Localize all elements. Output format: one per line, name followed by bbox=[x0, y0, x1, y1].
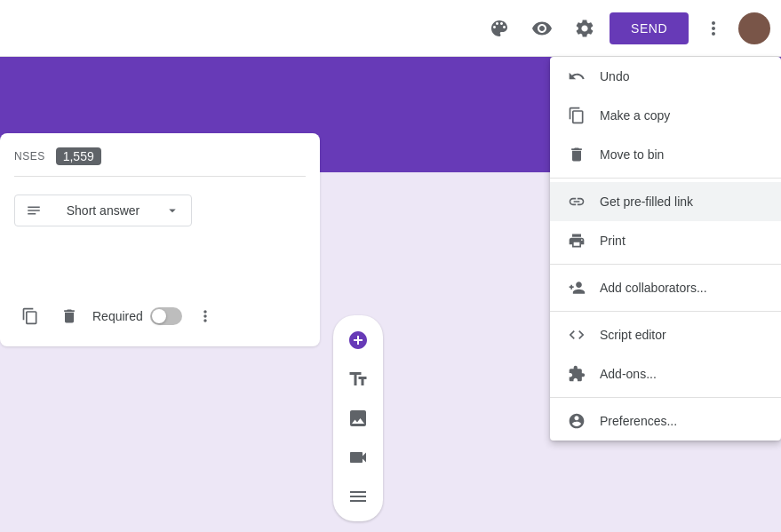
palette-icon bbox=[489, 18, 510, 39]
toggle-knob bbox=[152, 309, 166, 323]
palette-button[interactable] bbox=[482, 11, 517, 46]
puzzle-icon bbox=[568, 365, 586, 383]
menu-item-script-editor[interactable]: Script editor bbox=[550, 315, 781, 354]
add-question-button[interactable] bbox=[340, 322, 376, 358]
responses-header: NSES 1,559 bbox=[14, 147, 306, 165]
videocam-icon bbox=[347, 447, 369, 468]
more-button[interactable] bbox=[696, 11, 731, 46]
more-options-button[interactable] bbox=[189, 300, 221, 332]
duplicate-button[interactable] bbox=[14, 300, 46, 332]
preview-icon bbox=[531, 18, 553, 39]
menu-item-add-collaborators[interactable]: Add collaborators... bbox=[550, 268, 781, 307]
menu-item-move-to-bin-label: Move to bin bbox=[600, 147, 664, 162]
answer-type-row: Short answer bbox=[14, 195, 306, 226]
menu-item-script-editor-label: Script editor bbox=[600, 328, 666, 342]
menu-item-preferences[interactable]: Preferences... bbox=[550, 401, 781, 441]
menu-item-prefilled-link[interactable]: Get pre-filled link bbox=[550, 182, 781, 221]
add-title-button[interactable] bbox=[340, 361, 376, 397]
menu-divider-2 bbox=[550, 264, 781, 265]
responses-count: 1,559 bbox=[56, 147, 101, 165]
menu-item-make-copy[interactable]: Make a copy bbox=[550, 96, 781, 135]
menu-item-add-ons[interactable]: Add-ons... bbox=[550, 354, 781, 393]
card-divider bbox=[14, 176, 306, 177]
add-image-button[interactable] bbox=[340, 401, 376, 436]
menu-item-add-collaborators-label: Add collaborators... bbox=[600, 281, 707, 295]
undo-icon bbox=[568, 67, 586, 85]
answer-type-label: Short answer bbox=[67, 203, 139, 218]
settings-button[interactable] bbox=[567, 11, 602, 46]
add-collaborators-icon bbox=[568, 279, 586, 297]
dropdown-arrow-icon bbox=[164, 202, 180, 218]
send-button[interactable]: SEND bbox=[610, 12, 689, 44]
required-toggle[interactable] bbox=[150, 307, 182, 325]
menu-item-undo[interactable]: Undo bbox=[550, 57, 781, 96]
short-answer-icon bbox=[26, 202, 42, 218]
menu-item-move-to-bin[interactable]: Move to bin bbox=[550, 135, 781, 174]
header: SEND bbox=[0, 0, 781, 57]
add-section-button[interactable] bbox=[340, 479, 376, 514]
print-icon bbox=[568, 232, 586, 250]
more-vert-icon-card bbox=[196, 307, 214, 325]
delete-icon-menu bbox=[568, 146, 586, 163]
delete-button[interactable] bbox=[53, 300, 85, 332]
responses-card: NSES 1,559 Short answer Required bbox=[0, 133, 320, 346]
right-toolbar bbox=[333, 315, 383, 521]
responses-label: NSES bbox=[14, 150, 45, 163]
dropdown-menu: Undo Make a copy Move to bin Get pre-fil… bbox=[550, 57, 781, 441]
copy-icon bbox=[21, 307, 39, 325]
menu-item-make-copy-label: Make a copy bbox=[600, 108, 670, 123]
menu-divider-4 bbox=[550, 397, 781, 398]
menu-item-print-label: Print bbox=[600, 234, 626, 248]
menu-divider-3 bbox=[550, 311, 781, 312]
menu-item-print[interactable]: Print bbox=[550, 221, 781, 260]
required-label: Required bbox=[92, 309, 143, 323]
text-fields-icon bbox=[347, 369, 369, 390]
add-video-button[interactable] bbox=[340, 440, 376, 475]
image-icon bbox=[347, 408, 369, 429]
add-circle-icon bbox=[347, 330, 369, 351]
settings-icon bbox=[574, 18, 595, 39]
menu-item-preferences-label: Preferences... bbox=[600, 414, 677, 428]
copy-icon-menu bbox=[568, 107, 586, 124]
more-vert-icon bbox=[703, 18, 724, 39]
section-icon bbox=[347, 486, 369, 507]
person-settings-icon bbox=[568, 412, 586, 430]
card-actions: Required bbox=[14, 300, 221, 332]
menu-divider-1 bbox=[550, 178, 781, 179]
menu-item-undo-label: Undo bbox=[600, 69, 629, 83]
link-icon bbox=[568, 193, 586, 210]
answer-type-select[interactable]: Short answer bbox=[14, 195, 192, 226]
required-row: Required bbox=[92, 307, 182, 325]
preview-button[interactable] bbox=[524, 11, 560, 46]
menu-item-add-ons-label: Add-ons... bbox=[600, 367, 657, 381]
avatar[interactable] bbox=[738, 12, 770, 44]
delete-icon bbox=[60, 307, 78, 325]
code-icon bbox=[568, 326, 586, 344]
menu-item-prefilled-link-label: Get pre-filled link bbox=[600, 195, 693, 209]
